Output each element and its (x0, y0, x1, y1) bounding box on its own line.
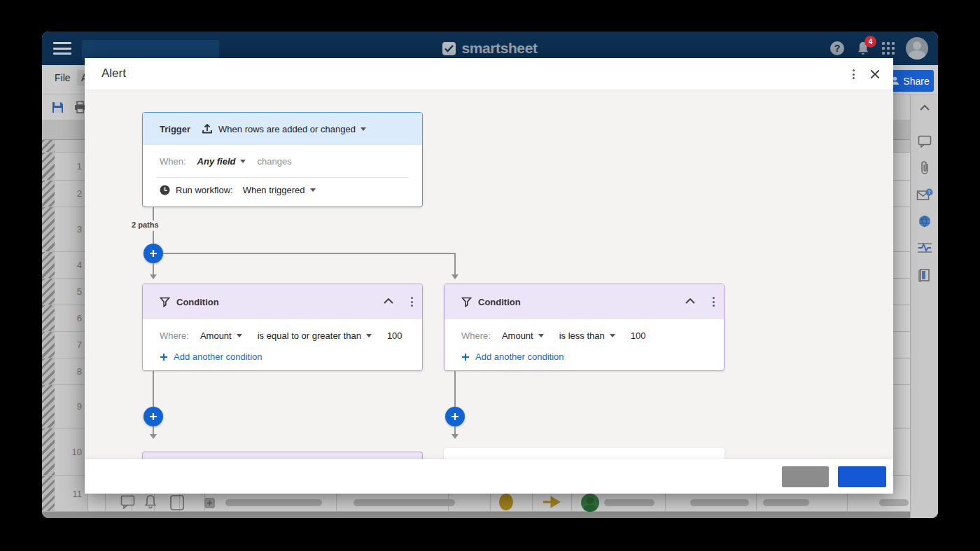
chevron-down-icon (310, 188, 316, 192)
condition-node[interactable]: Condition Where: Amount is less than 100… (444, 284, 724, 371)
chevron-down-icon (610, 334, 615, 337)
condition-value[interactable]: 100 (387, 330, 402, 341)
dialog-footer (85, 459, 893, 494)
connector (153, 207, 154, 221)
clock-icon (160, 185, 170, 195)
share-label: Share (903, 76, 929, 87)
condition-header: Condition (143, 284, 422, 319)
notification-badge: 4 (864, 36, 876, 48)
condition-header: Condition (444, 284, 724, 319)
where-label: Where: (461, 330, 491, 341)
chevron-down-icon (240, 160, 246, 163)
trigger-header: Trigger When rows are added or changed (143, 113, 422, 145)
dialog-menu-icon[interactable] (848, 69, 859, 80)
connector (454, 253, 456, 275)
run-frequency-dropdown[interactable]: When triggered (243, 185, 305, 195)
connector (454, 371, 456, 407)
condition-rule-row: Where: Amount is less than 100 (461, 330, 645, 341)
trigger-run-row: Run workflow: When triggered (160, 185, 316, 195)
save-button[interactable] (838, 466, 886, 487)
add-condition-link[interactable]: Add another condition (160, 351, 262, 362)
condition-operator-dropdown[interactable]: is equal to or greater than (258, 330, 361, 341)
app-launcher-icon[interactable] (882, 42, 895, 55)
chevron-down-icon (237, 334, 242, 337)
share-button[interactable]: Share (886, 70, 934, 92)
when-label: When: (160, 156, 186, 167)
add-step-button[interactable] (144, 407, 163, 426)
condition-title: Condition (176, 297, 219, 307)
collapse-icon[interactable] (685, 298, 695, 304)
help-icon[interactable]: ? (830, 41, 844, 55)
connector (153, 263, 154, 275)
trigger-when-row: When: Any field changes (160, 156, 292, 167)
arrow-down (150, 274, 157, 279)
field-dropdown[interactable]: Any field (197, 156, 236, 167)
dialog-header: Alert (85, 58, 893, 90)
condition-field-dropdown[interactable]: Amount (200, 330, 232, 341)
user-avatar[interactable] (906, 37, 928, 60)
where-label: Where: (160, 330, 189, 341)
plus-icon (160, 353, 168, 361)
arrow-down (451, 274, 458, 279)
connector (153, 231, 154, 244)
smartsheet-check-icon (442, 42, 456, 55)
cancel-button[interactable] (782, 466, 829, 487)
trigger-label: Trigger (160, 124, 190, 134)
changes-label: changes (257, 156, 291, 167)
condition-node[interactable]: Condition Where: Amount is equal to or g… (142, 284, 423, 371)
collapse-icon[interactable] (384, 298, 393, 304)
connector (153, 371, 154, 407)
condition-rule-row: Where: Amount is equal to or greater tha… (160, 330, 402, 341)
condition-value[interactable]: 100 (631, 330, 646, 341)
condition-operator-dropdown[interactable]: is less than (559, 330, 605, 341)
arrow-down (451, 434, 458, 439)
add-condition-link[interactable]: Add another condition (461, 351, 564, 362)
add-step-button[interactable] (445, 407, 465, 426)
screen: File A 1 2 3 4 5 6 7 8 9 10 (0, 0, 980, 551)
add-condition-label: Add another condition (174, 351, 262, 362)
run-workflow-label: Run workflow: (176, 185, 233, 195)
condition-menu-icon[interactable] (708, 296, 719, 307)
action-node-partial[interactable] (444, 448, 724, 459)
trigger-node[interactable]: Trigger When rows are added or changed W… (142, 112, 423, 207)
paths-label: 2 paths (132, 221, 159, 229)
close-icon[interactable] (869, 68, 881, 81)
divider (157, 177, 408, 178)
app-window: File A 1 2 3 4 5 6 7 8 9 10 (42, 32, 938, 518)
filter-icon (160, 297, 170, 307)
logo-wordmark: smartsheet (461, 40, 537, 57)
filter-icon (461, 297, 472, 307)
condition-title: Condition (478, 297, 521, 307)
condition-field-dropdown[interactable]: Amount (502, 330, 533, 341)
plus-icon (461, 353, 470, 361)
chevron-down-icon (538, 334, 544, 337)
dialog-title: Alert (102, 67, 126, 81)
trigger-type-dropdown[interactable]: When rows are added or changed (218, 124, 356, 134)
condition-menu-icon[interactable] (406, 296, 417, 307)
chevron-down-icon (366, 334, 372, 337)
add-step-button[interactable] (144, 244, 163, 263)
notifications-button[interactable]: 4 (855, 41, 871, 56)
alert-workflow-dialog: Alert Trigger When rows are added or cha… (85, 58, 893, 494)
row-added-icon (202, 123, 213, 134)
arrow-down (150, 434, 157, 439)
condition-node-partial[interactable] (142, 452, 423, 459)
add-condition-label: Add another condition (475, 351, 564, 362)
connector (163, 253, 455, 254)
chevron-down-icon (360, 127, 366, 131)
